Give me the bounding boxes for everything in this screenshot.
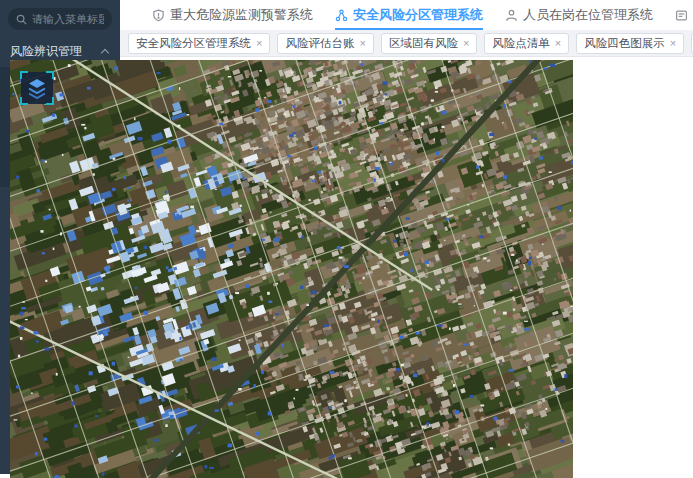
open-tabs-bar: 安全风险分区管理系统 × 风险评估台账 × 区域固有风险 × 风险点清单 × 风… [120,30,693,57]
sidebar-search [0,0,120,36]
tag-risk-point-list[interactable]: 风险点清单 × [484,33,569,54]
tab-label: 人员在岗在位管理系统 [523,6,653,24]
report-icon [675,9,688,22]
close-icon[interactable]: × [463,38,469,49]
tag-label: 风险评估台账 [285,36,354,51]
menu-search-box[interactable] [8,8,112,30]
tag-label: 区域固有风险 [389,36,458,51]
close-icon[interactable]: × [555,38,561,49]
tab-label: 安全风险分区管理系统 [353,6,483,24]
tag-risk-assessment-ledger[interactable]: 风险评估台账 × [277,33,373,54]
close-icon[interactable]: × [359,38,365,49]
layers-icon[interactable] [18,69,56,107]
tag-regional-inherent-risk[interactable]: 区域固有风险 × [381,33,477,54]
map-panel [10,60,573,478]
tab-label: 重大危险源监测预警系统 [170,6,313,24]
close-icon[interactable]: × [670,38,676,49]
person-icon [505,9,518,22]
tag-four-color-map[interactable]: 风险四色图展示 × [576,33,684,54]
tag-label: 安全风险分区管理系统 [136,36,251,51]
tab-major-hazard-monitoring[interactable]: 重大危险源监测预警系统 [152,0,313,30]
tab-personnel-on-duty[interactable]: 人员在岗在位管理系统 [505,0,653,30]
search-icon [16,14,27,25]
satellite-map[interactable] [10,60,573,478]
menu-search-input[interactable] [32,13,104,25]
chevron-up-icon [101,49,109,57]
tab-full-process-safety[interactable]: 安全生产全流程管理系统 [675,0,693,30]
system-header: 重大危险源监测预警系统 安全风险分区管理系统 人员在岗在位管理系统 [120,0,693,30]
group-label: 风险辨识管理 [10,44,82,58]
close-icon[interactable]: × [256,38,262,49]
app-window: 风险辨识管理 风险点清单 区域固有风险 风险评估台账 安全风险统计 安全隐患排查… [0,0,693,478]
tag-label: 风险四色图展示 [584,36,665,51]
shield-icon [152,9,165,22]
share-nodes-icon [335,9,348,22]
tag-safety-risk-zoning[interactable]: 安全风险分区管理系统 × [128,33,270,54]
tab-safety-risk-zoning[interactable]: 安全风险分区管理系统 [335,0,483,30]
tag-label: 风险点清单 [492,36,550,51]
